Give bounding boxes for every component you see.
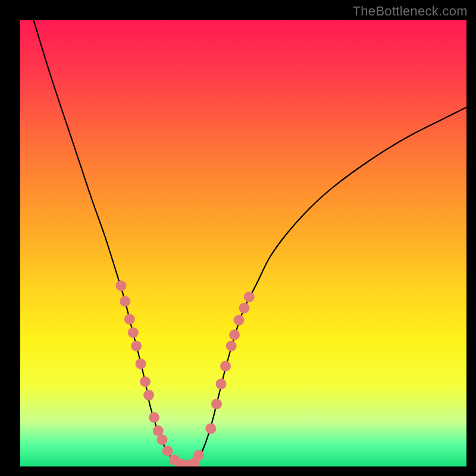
data-point-dot xyxy=(131,341,142,352)
data-point-dot xyxy=(149,412,159,423)
data-point-dot xyxy=(193,450,204,461)
left-curve xyxy=(34,20,186,466)
right-curve xyxy=(186,107,467,466)
watermark-text: TheBottleneck.com xyxy=(353,4,468,19)
dots-right xyxy=(189,292,255,466)
outer-frame: TheBottleneck.com xyxy=(0,0,476,476)
data-point-dot xyxy=(234,315,245,325)
data-point-dot xyxy=(220,361,231,371)
chart-svg xyxy=(20,20,466,466)
data-point-dot xyxy=(239,303,250,314)
data-point-dot xyxy=(244,292,255,302)
data-point-dot xyxy=(216,378,227,389)
data-point-dot xyxy=(136,359,146,369)
data-point-dot xyxy=(140,377,151,387)
data-point-dot xyxy=(116,280,127,291)
data-point-dot xyxy=(162,446,173,456)
data-point-dot xyxy=(124,314,135,325)
plot-area xyxy=(20,20,466,466)
data-point-dot xyxy=(226,341,237,352)
data-point-dot xyxy=(205,423,216,434)
data-point-dot xyxy=(157,434,168,445)
data-point-dot xyxy=(143,390,154,400)
data-point-dot xyxy=(211,399,222,409)
data-point-dot xyxy=(120,296,130,307)
data-point-dot xyxy=(128,327,139,338)
data-point-dot xyxy=(229,330,240,340)
